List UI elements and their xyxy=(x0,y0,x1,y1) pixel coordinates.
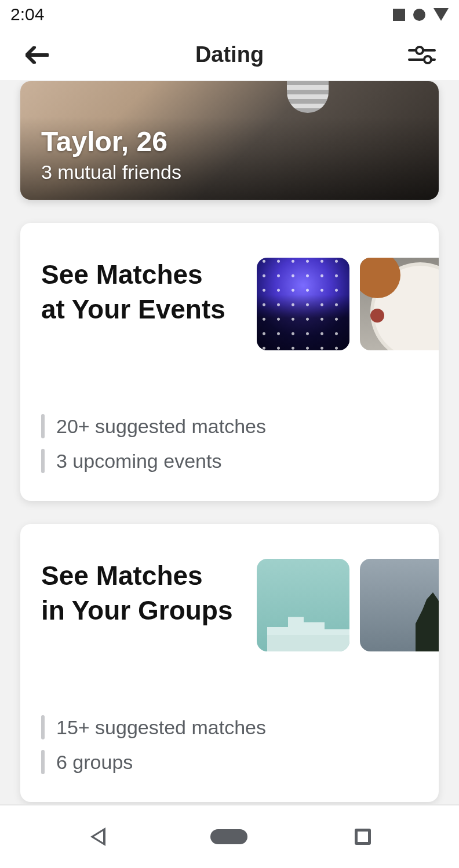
content-scroll[interactable]: Taylor, 26 3 mutual friends See Matches … xyxy=(0,81,459,804)
events-stat-count: 3 upcoming events xyxy=(41,449,418,473)
sliders-icon xyxy=(408,45,436,65)
nav-recent-button[interactable] xyxy=(355,829,371,845)
groups-thumbnails xyxy=(257,559,439,651)
event-thumbnail-2[interactable] xyxy=(360,258,439,350)
events-card[interactable]: See Matches at Your Events 20+ suggested… xyxy=(20,223,439,501)
nav-home-button[interactable] xyxy=(210,829,247,844)
groups-suggested-matches: 15+ suggested matches xyxy=(56,716,266,739)
page-title: Dating xyxy=(195,42,264,67)
stat-divider-icon xyxy=(41,449,45,473)
profile-text: Taylor, 26 3 mutual friends xyxy=(41,126,181,184)
groups-title-line2: in Your Groups xyxy=(41,595,233,625)
svg-point-1 xyxy=(416,47,423,54)
groups-card[interactable]: See Matches in Your Groups 15+ suggested… xyxy=(20,524,439,802)
events-suggested-matches: 20+ suggested matches xyxy=(56,415,266,438)
event-thumbnail-1[interactable] xyxy=(257,258,349,350)
group-thumbnail-2[interactable] xyxy=(360,559,439,651)
status-time: 2:04 xyxy=(10,5,44,24)
profile-card[interactable]: Taylor, 26 3 mutual friends xyxy=(20,81,439,200)
events-stat-matches: 20+ suggested matches xyxy=(41,414,418,438)
events-card-title: See Matches at Your Events xyxy=(41,258,225,327)
status-circle-icon xyxy=(413,9,425,21)
profile-mutual-friends: 3 mutual friends xyxy=(41,161,181,184)
system-nav-bar xyxy=(0,804,459,868)
back-button[interactable] xyxy=(23,41,51,69)
stat-divider-icon xyxy=(41,715,45,739)
groups-count: 6 groups xyxy=(56,751,133,774)
status-bar: 2:04 xyxy=(0,0,459,29)
events-title-line2: at Your Events xyxy=(41,294,225,324)
groups-title-line1: See Matches xyxy=(41,561,203,591)
app-header: Dating xyxy=(0,29,459,81)
groups-stat-matches: 15+ suggested matches xyxy=(41,715,418,739)
status-triangle-icon xyxy=(434,8,449,21)
svg-point-4 xyxy=(424,56,431,63)
events-thumbnails xyxy=(257,258,439,350)
events-upcoming-count: 3 upcoming events xyxy=(56,450,221,473)
settings-button[interactable] xyxy=(408,41,436,69)
stat-divider-icon xyxy=(41,414,45,438)
status-icons xyxy=(393,8,449,21)
group-thumbnail-1[interactable] xyxy=(257,559,349,651)
profile-name-age: Taylor, 26 xyxy=(41,126,181,158)
groups-stat-count: 6 groups xyxy=(41,750,418,774)
stat-divider-icon xyxy=(41,750,45,774)
arrow-left-icon xyxy=(26,46,49,64)
nav-back-button[interactable] xyxy=(88,827,103,846)
groups-card-title: See Matches in Your Groups xyxy=(41,559,233,628)
events-title-line1: See Matches xyxy=(41,259,203,290)
status-square-icon xyxy=(393,9,405,21)
